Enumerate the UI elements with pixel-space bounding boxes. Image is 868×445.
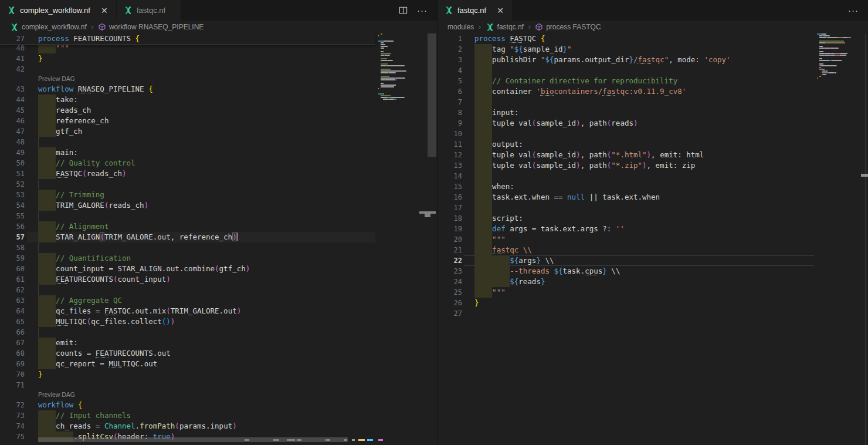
breadcrumb-item[interactable]: process FASTQC xyxy=(535,23,601,31)
line-number[interactable]: 43 xyxy=(0,84,25,95)
code-line[interactable]: 64 qc_files = FASTQC.out.mix(TRIM_GALORE… xyxy=(0,306,375,316)
breadcrumb-item[interactable]: workflow RNASEQ_PIPELINE xyxy=(98,23,204,31)
code-line[interactable]: 42 xyxy=(0,64,375,75)
line-number[interactable]: 10 xyxy=(438,129,462,139)
code-line[interactable]: 61 FEATURECOUNTS(count_input) xyxy=(0,274,375,285)
line-number[interactable]: 14 xyxy=(438,171,462,181)
code-line[interactable]: 48 xyxy=(0,137,375,147)
code-line[interactable]: 60 count_input = STAR_ALIGN.out.combine(… xyxy=(0,264,375,274)
code-line[interactable]: 18 script: xyxy=(438,213,814,224)
line-number[interactable]: 46 xyxy=(0,116,25,126)
code-line[interactable]: 41} xyxy=(0,53,375,64)
code-line[interactable]: 73 // Input channels xyxy=(0,410,375,421)
code-line[interactable]: 43workflow RNASEQ_PIPELINE { xyxy=(0,84,375,95)
line-number[interactable]: 55 xyxy=(0,211,25,221)
code-line[interactable]: 26} xyxy=(438,298,814,308)
line-number[interactable]: 7 xyxy=(438,97,462,107)
line-number[interactable]: 2 xyxy=(438,44,462,55)
code-line[interactable]: 24 ${reads} xyxy=(438,277,814,287)
tab-fastqc.nf[interactable]: fastqc.nf xyxy=(117,0,181,21)
code-line[interactable]: 52 xyxy=(0,179,375,190)
line-number[interactable]: 15 xyxy=(438,181,462,192)
code-line[interactable]: 14 xyxy=(438,171,814,181)
code-line[interactable]: 12 tuple val(sample_id), path("*.html"),… xyxy=(438,150,814,160)
scrollbar-horizontal[interactable] xyxy=(38,437,348,442)
code-line[interactable]: 56 // Alignment xyxy=(0,221,375,232)
close-tab-icon[interactable]: ✕ xyxy=(100,6,109,15)
code-line[interactable]: 4 xyxy=(438,65,814,76)
line-number[interactable]: 51 xyxy=(0,168,25,179)
scrollbar-grip[interactable] xyxy=(425,214,430,217)
line-number[interactable]: 4 xyxy=(438,65,462,76)
line-number[interactable]: 59 xyxy=(0,253,25,264)
code-line[interactable]: 49 main: xyxy=(0,147,375,158)
line-number[interactable]: 68 xyxy=(0,348,25,359)
code-line[interactable]: 27process FEATURECOUNTS { xyxy=(0,33,375,44)
code-line[interactable]: 58 xyxy=(0,242,375,253)
line-number[interactable]: 24 xyxy=(438,277,462,287)
code-line[interactable]: 20 """ xyxy=(438,234,814,245)
code-line[interactable]: 53 // Trimming xyxy=(0,190,375,200)
line-number[interactable]: 61 xyxy=(0,274,25,285)
line-number[interactable]: 73 xyxy=(0,410,25,421)
line-number[interactable]: 3 xyxy=(438,55,462,65)
code-line[interactable]: 1process FASTQC { xyxy=(438,33,814,44)
line-number[interactable]: 70 xyxy=(0,369,25,380)
scrollbar-vertical[interactable] xyxy=(428,33,436,157)
line-number[interactable]: 26 xyxy=(438,298,462,308)
line-number[interactable]: 25 xyxy=(438,287,462,298)
line-number[interactable]: 47 xyxy=(0,126,25,137)
code-line[interactable]: 74 ch_reads = Channel.fromPath(params.in… xyxy=(0,421,375,431)
code-line[interactable]: 51 FASTQC(reads_ch) xyxy=(0,168,375,179)
more-actions-icon[interactable]: ··· xyxy=(848,8,859,14)
code-line[interactable]: 62 xyxy=(0,285,375,295)
line-number[interactable]: 50 xyxy=(0,158,25,168)
code-line[interactable]: 10 xyxy=(438,129,814,139)
line-number[interactable]: 64 xyxy=(0,306,25,316)
line-number[interactable]: 44 xyxy=(0,95,25,105)
code-line[interactable]: 67 emit: xyxy=(0,338,375,348)
line-number[interactable]: 60 xyxy=(0,264,25,274)
code-line[interactable]: 9 tuple val(sample_id), path(reads) xyxy=(438,118,814,129)
code-line[interactable]: 45 reads_ch xyxy=(0,105,375,116)
code-line[interactable]: 23 --threads ${task.cpus} \\ xyxy=(438,266,814,277)
code-line[interactable]: 8 input: xyxy=(438,107,814,118)
tab-fastqc.nf[interactable]: fastqc.nf✕ xyxy=(438,0,512,21)
code-line[interactable]: 19 def args = task.ext.args ?: '' xyxy=(438,224,814,234)
code-line[interactable]: 71 xyxy=(0,380,375,390)
line-number[interactable]: 63 xyxy=(0,295,25,306)
line-number[interactable]: 42 xyxy=(0,64,25,75)
minimap[interactable] xyxy=(378,33,426,100)
line-number[interactable]: 66 xyxy=(0,327,25,338)
code-line[interactable]: 5 // Container directive for reproducibi… xyxy=(438,76,814,86)
code-line[interactable]: 54 TRIM_GALORE(reads_ch) xyxy=(0,200,375,211)
line-number[interactable]: 19 xyxy=(438,224,462,234)
line-number[interactable]: 62 xyxy=(0,285,25,295)
line-number[interactable]: 8 xyxy=(438,107,462,118)
line-number[interactable]: 41 xyxy=(0,53,25,64)
line-number[interactable]: 20 xyxy=(438,234,462,245)
line-number[interactable]: 22 xyxy=(438,255,462,266)
line-number[interactable]: 48 xyxy=(0,137,25,147)
line-number[interactable]: 27 xyxy=(0,33,25,44)
breadcrumb-item[interactable]: modules xyxy=(447,23,474,31)
line-number[interactable]: 72 xyxy=(0,400,25,410)
line-number[interactable]: 12 xyxy=(438,150,462,160)
code-line[interactable]: 3 publishDir "${params.output_dir}/fastq… xyxy=(438,55,814,65)
code-line[interactable]: 55 xyxy=(0,211,375,221)
editor-left[interactable]: 40 """41}42Preview DAG43workflow RNASEQ_… xyxy=(0,33,437,445)
line-number[interactable]: 11 xyxy=(438,139,462,150)
code-line[interactable]: 11 output: xyxy=(438,139,814,150)
line-number[interactable]: 16 xyxy=(438,192,462,203)
line-number[interactable]: 45 xyxy=(0,105,25,116)
code-line[interactable]: 7 xyxy=(438,97,814,107)
code-line[interactable]: 13 tuple val(sample_id), path("*.zip"), … xyxy=(438,160,814,171)
line-number[interactable]: 23 xyxy=(438,266,462,277)
code-line[interactable]: 66 xyxy=(0,327,375,338)
code-line[interactable]: 22 ${args} \\ xyxy=(438,255,814,266)
line-number[interactable]: 67 xyxy=(0,338,25,348)
code-line[interactable]: 17 xyxy=(438,203,814,213)
line-number[interactable]: 53 xyxy=(0,190,25,200)
line-number[interactable]: 71 xyxy=(0,380,25,390)
close-tab-icon[interactable]: ✕ xyxy=(496,6,505,15)
